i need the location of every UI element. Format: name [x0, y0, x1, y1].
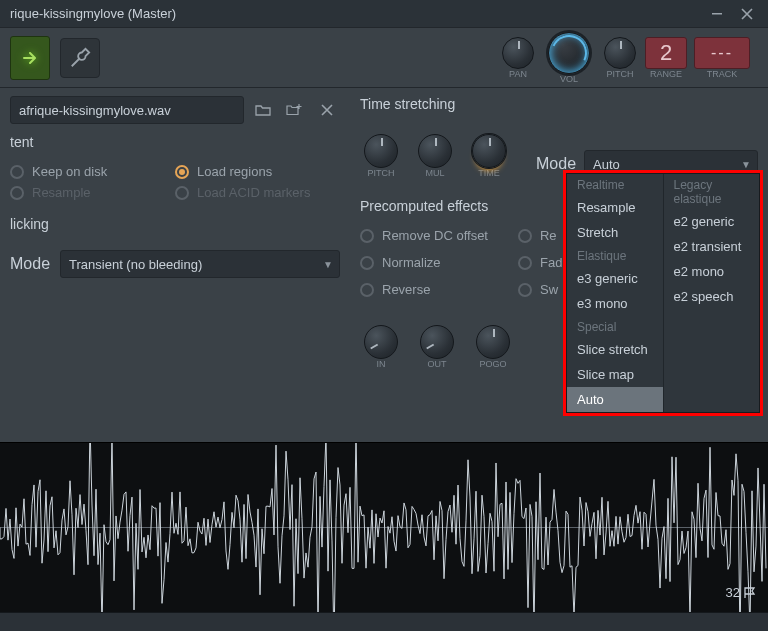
declick-mode-label: Mode	[10, 255, 50, 273]
popup-item-slice-stretch[interactable]: Slice stretch	[567, 337, 663, 362]
folder-plus-button[interactable]	[282, 97, 308, 123]
popup-header-legacy: Legacy elastique	[664, 174, 760, 209]
waveform-count: 32	[726, 585, 758, 600]
fx-re-radio[interactable]: Re	[518, 228, 562, 243]
fx-fade-radio[interactable]: Fad	[518, 255, 562, 270]
load-acid-radio[interactable]: Load ACID markers	[175, 185, 340, 200]
filename-input[interactable]	[10, 96, 244, 124]
popup-item-auto[interactable]: Auto	[567, 387, 663, 412]
popup-item-e2-speech[interactable]: e2 speech	[664, 284, 760, 309]
popup-item-e2-transient[interactable]: e2 transient	[664, 234, 760, 259]
pitch-knob[interactable]: PITCH	[600, 37, 640, 79]
window-title: rique-kissingmylove (Master)	[10, 6, 176, 21]
horizontal-scrollbar[interactable]	[0, 612, 768, 631]
titlebar: rique-kissingmylove (Master)	[0, 0, 768, 28]
declicking-section-label: licking	[10, 216, 340, 232]
reverse-radio[interactable]: Reverse	[360, 282, 488, 297]
file-close-button[interactable]	[314, 97, 340, 123]
popup-item-e2-mono[interactable]: e2 mono	[664, 259, 760, 284]
remove-dc-radio[interactable]: Remove DC offset	[360, 228, 488, 243]
popup-item-e2-generic[interactable]: e2 generic	[664, 209, 760, 234]
ts-pitch-knob[interactable]: PITCH	[364, 134, 398, 178]
range-field[interactable]: 2 RANGE	[646, 37, 686, 79]
play-button[interactable]	[10, 36, 50, 80]
resample-radio[interactable]: Resample	[10, 185, 175, 200]
popup-item-stretch[interactable]: Stretch	[567, 220, 663, 245]
pogo-knob[interactable]: POGO	[476, 325, 510, 369]
keep-on-disk-radio[interactable]: Keep on disk	[10, 164, 175, 179]
chevron-down-icon: ▼	[323, 259, 333, 270]
popup-item-resample[interactable]: Resample	[567, 195, 663, 220]
declick-mode-select[interactable]: Transient (no bleeding) ▼	[60, 250, 340, 278]
in-knob[interactable]: IN	[364, 325, 398, 369]
vol-knob[interactable]: VOL	[544, 32, 594, 84]
load-regions-radio[interactable]: Load regions	[175, 164, 340, 179]
minimize-button[interactable]	[702, 3, 732, 25]
chevron-down-icon: ▼	[741, 159, 751, 170]
settings-button[interactable]	[60, 38, 100, 78]
ts-time-knob[interactable]: TIME	[472, 134, 506, 178]
popup-header-realtime: Realtime	[567, 174, 663, 195]
header-strip: PAN VOL PITCH 2 RANGE --- TRACK	[0, 28, 768, 88]
pan-knob[interactable]: PAN	[498, 37, 538, 79]
fx-sw-radio[interactable]: Sw	[518, 282, 562, 297]
normalize-radio[interactable]: Normalize	[360, 255, 488, 270]
timestretch-section-label: Time stretching	[360, 96, 758, 112]
popup-item-e3-generic[interactable]: e3 generic	[567, 266, 663, 291]
popup-item-e3-mono[interactable]: e3 mono	[567, 291, 663, 316]
popup-header-special: Special	[567, 316, 663, 337]
popup-header-elastique: Elastique	[567, 245, 663, 266]
ts-mul-knob[interactable]: MUL	[418, 134, 452, 178]
track-field[interactable]: --- TRACK	[692, 37, 752, 79]
mode-dropdown: Realtime Resample Stretch Elastique e3 g…	[566, 173, 760, 413]
close-button[interactable]	[732, 3, 762, 25]
popup-item-slice-map[interactable]: Slice map	[567, 362, 663, 387]
svg-rect-0	[712, 13, 722, 15]
mode-dropdown-highlight: Realtime Resample Stretch Elastique e3 g…	[563, 170, 763, 416]
out-knob[interactable]: OUT	[420, 325, 454, 369]
folder-button[interactable]	[250, 97, 276, 123]
flag-icon	[744, 587, 758, 599]
content-section-label: tent	[10, 134, 340, 150]
waveform-display[interactable]: 32	[0, 442, 768, 612]
